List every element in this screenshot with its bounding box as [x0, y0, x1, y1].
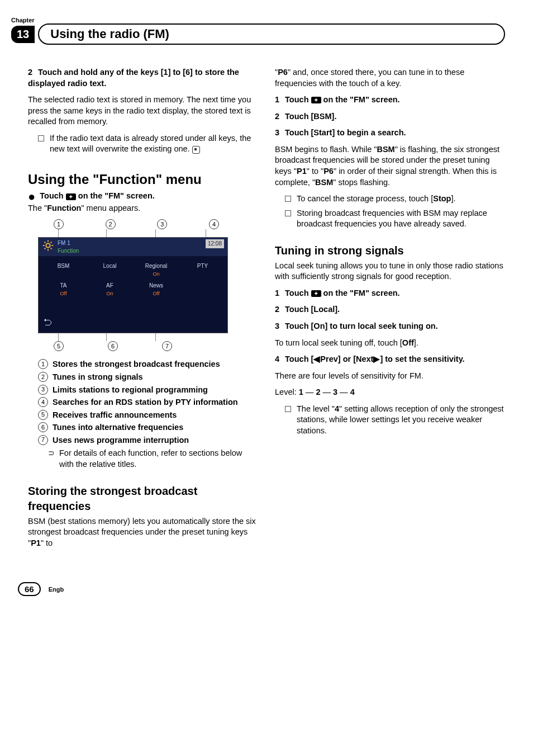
step-2-note: If the radio text data is already stored…: [38, 133, 258, 155]
r-step3-note1: To cancel the storage process, touch [St…: [285, 193, 505, 205]
function-icon: ✦: [66, 193, 76, 200]
note-box-icon: [285, 406, 291, 412]
end-mark-icon: [192, 146, 200, 154]
enum-7: 7Uses news programme interruption: [38, 435, 258, 446]
svg-line-7: [45, 248, 46, 249]
cell-af-sub: On: [106, 291, 113, 296]
cell-news-sub: Off: [153, 291, 160, 296]
t-step4-note: The level "4" setting allows reception o…: [285, 404, 505, 437]
step-2-body: The selected radio text is stored in mem…: [28, 94, 258, 127]
t-step2: 2Touch [Local].: [275, 304, 505, 315]
function-menu-body: The "Function" menu appears.: [28, 203, 258, 214]
bsm-cont: "P6" and, once stored there, you can tun…: [275, 67, 505, 89]
cell-af[interactable]: AF On: [87, 280, 132, 299]
right-column: "P6" and, once stored there, you can tun…: [275, 67, 505, 554]
t-step3-head: 3Touch [On] to turn local seek tuning on…: [275, 321, 505, 332]
arrow-icon: ⊃: [48, 448, 55, 470]
chapter-title-pill: Using the radio (FM): [38, 23, 505, 45]
enum-2: 2Tunes in strong signals: [38, 372, 258, 383]
function-icon: ✦: [311, 290, 321, 297]
t-step4-levels: Level: 1 — 2 — 3 — 4: [275, 387, 505, 398]
t-step4-body: There are four levels of sensitivity for…: [275, 371, 505, 382]
bsm-body: BSM (best stations memory) lets you auto…: [28, 516, 258, 549]
function-bullet-line: ●Touch ✦ on the "FM" screen.: [28, 191, 258, 202]
callout-4: 4: [209, 219, 219, 229]
svg-line-6: [51, 248, 52, 249]
footer-lang: Engb: [49, 586, 64, 593]
function-menu-heading: Using the "Function" menu: [28, 171, 258, 188]
r-step3-body: BSM begins to flash. While "BSM" is flas…: [275, 144, 505, 188]
cell-news-label: News: [149, 282, 163, 289]
t-step1: 1Touch ✦ on the "FM" screen.: [275, 288, 505, 299]
cell-ta[interactable]: TA Off: [41, 280, 86, 299]
cell-ta-label: TA: [60, 282, 66, 289]
cell-af-label: AF: [106, 282, 113, 289]
enum-4: 4Searches for an RDS station by PTY info…: [38, 397, 258, 408]
t-step3-body: To turn local seek tuning off, touch [Of…: [275, 338, 505, 349]
enum-list: 1Stores the strongest broadcast frequenc…: [38, 359, 258, 470]
enum-6: 6Tunes into alternative frequencies: [38, 422, 258, 433]
enum-note-text: For details of each function, refer to s…: [59, 448, 258, 470]
cell-pty[interactable]: PTY: [180, 261, 225, 279]
cell-regional[interactable]: Regional On: [134, 261, 179, 279]
cell-ta-sub: Off: [60, 291, 67, 296]
r-step3-head: 3Touch [Start] to begin a search.: [275, 127, 505, 139]
enum-5: 5Receives traffic announcements: [38, 410, 258, 421]
svg-point-0: [46, 244, 50, 248]
enum-note: ⊃ For details of each function, refer to…: [48, 448, 258, 470]
enum-1: 1Stores the strongest broadcast frequenc…: [38, 359, 258, 370]
t-step4-head: 4Touch [◀Prev] or [Next▶] to set the sen…: [275, 354, 505, 365]
callout-5: 5: [54, 341, 64, 351]
cell-news[interactable]: News Off: [134, 280, 179, 299]
svg-line-5: [45, 242, 46, 243]
callout-lines-bottom: [38, 333, 228, 341]
r-step1: 1Touch ✦ on the "FM" screen.: [275, 94, 505, 106]
step-2-head: 2Touch and hold any of the keys [1] to […: [28, 67, 258, 89]
svg-line-8: [51, 242, 52, 243]
function-icon: ✦: [311, 97, 321, 103]
screen-topbar: FM 1 Function 12:08: [39, 238, 227, 256]
cell-local[interactable]: Local: [87, 261, 132, 279]
chapter-title: Using the radio (FM): [50, 27, 169, 41]
callout-row-bottom: 5 6 7: [38, 341, 228, 351]
screen-time: 12:08: [206, 239, 224, 248]
note-box-icon: [285, 196, 291, 202]
callout-1: 1: [54, 219, 64, 229]
tuning-heading: Tuning in strong signals: [275, 243, 505, 258]
bullet-post: on the "FM" screen.: [78, 191, 155, 200]
callout-row-top: 1 2 3 4: [38, 219, 228, 229]
enum-3: 3Limits stations to regional programming: [38, 385, 258, 396]
left-column: 2Touch and hold any of the keys [1] to […: [28, 67, 258, 554]
callout-2: 2: [106, 219, 116, 229]
tuning-intro: Local seek tuning allows you to tune in …: [275, 261, 505, 282]
r-step2: 2Touch [BSM].: [275, 111, 505, 122]
step-2-num: 2: [28, 68, 32, 77]
cell-bsm[interactable]: BSM: [41, 261, 86, 279]
chapter-number-badge: 13: [11, 26, 35, 43]
bsm-heading: Storing the strongest broadcast frequenc…: [28, 484, 258, 514]
cell-empty: [180, 280, 225, 299]
screen-band: FM 1: [58, 240, 70, 246]
gear-icon: [42, 239, 54, 254]
chapter-header: 13 Using the radio (FM): [11, 23, 505, 45]
cell-regional-label: Regional: [145, 263, 167, 269]
r-step3-note2: Storing broadcast frequencies with BSM m…: [285, 208, 505, 230]
callout-lines-top: [38, 229, 228, 237]
page-number: 66: [18, 582, 41, 596]
step-2-text: Touch and hold any of the keys [1] to [6…: [28, 68, 239, 88]
function-figure: 1 2 3 4 FM: [38, 219, 228, 351]
step-2-note-text: If the radio text data is already stored…: [50, 134, 251, 154]
callout-7: 7: [162, 341, 172, 351]
bullet-icon: ●: [28, 190, 35, 204]
back-icon[interactable]: ⮌: [43, 316, 52, 329]
chapter-label: Chapter: [11, 17, 505, 23]
cell-regional-sub: On: [153, 271, 159, 277]
note-box-icon: [38, 135, 44, 141]
callout-3: 3: [157, 219, 167, 229]
note-box-icon: [285, 210, 291, 216]
function-screenshot: FM 1 Function 12:08 BSM Local Regional O…: [38, 237, 228, 333]
screen-mode: Function: [58, 248, 79, 254]
page-footer: 66 Engb: [18, 582, 505, 596]
screen-grid: BSM Local Regional On PTY TA Off AF: [39, 256, 227, 303]
bullet-pre: Touch: [40, 191, 63, 200]
